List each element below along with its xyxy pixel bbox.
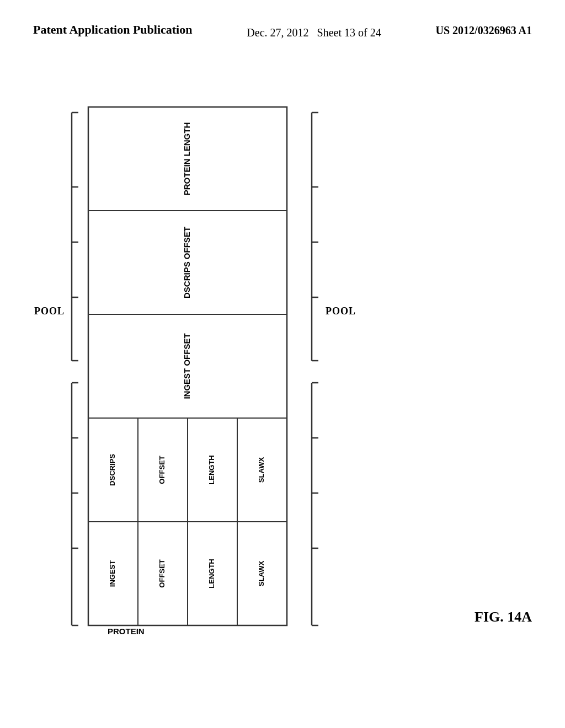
- label-protein: PROTEIN: [108, 627, 145, 636]
- right-bracket-svg: [306, 107, 361, 631]
- date-sheet: Dec. 27, 2012 Sheet 13 of 24: [247, 22, 381, 41]
- svg-text:PROTEIN LENGTH: PROTEIN LENGTH: [182, 122, 191, 196]
- svg-text:SLAWX: SLAWX: [257, 561, 265, 587]
- sheet-info: Sheet 13 of 24: [317, 26, 381, 39]
- svg-text:INGEST OFFSET: INGEST OFFSET: [182, 333, 191, 399]
- svg-text:INGEST: INGEST: [108, 560, 116, 587]
- svg-text:DSCRIPS: DSCRIPS: [108, 454, 116, 486]
- svg-text:LENGTH: LENGTH: [207, 559, 216, 588]
- diagram-area: POOL POOL: [0, 63, 565, 670]
- svg-text:OFFSET: OFFSET: [158, 559, 166, 587]
- svg-text:LENGTH: LENGTH: [207, 455, 216, 484]
- patent-number: US 2012/0326963 A1: [436, 22, 532, 37]
- record-table-svg: PROTEIN LENGTH DSCRIPS OFFSET INGEST OFF…: [77, 96, 309, 647]
- fig-label: FIG. 14A: [475, 609, 532, 625]
- svg-text:OFFSET: OFFSET: [158, 456, 166, 484]
- publication-date: Dec. 27, 2012: [247, 26, 308, 39]
- svg-text:DSCRIPS OFFSET: DSCRIPS OFFSET: [182, 227, 191, 298]
- page-header: Patent Application Publication Dec. 27, …: [0, 0, 565, 52]
- publication-title: Patent Application Publication: [33, 22, 192, 38]
- svg-text:SLAWX: SLAWX: [257, 457, 265, 483]
